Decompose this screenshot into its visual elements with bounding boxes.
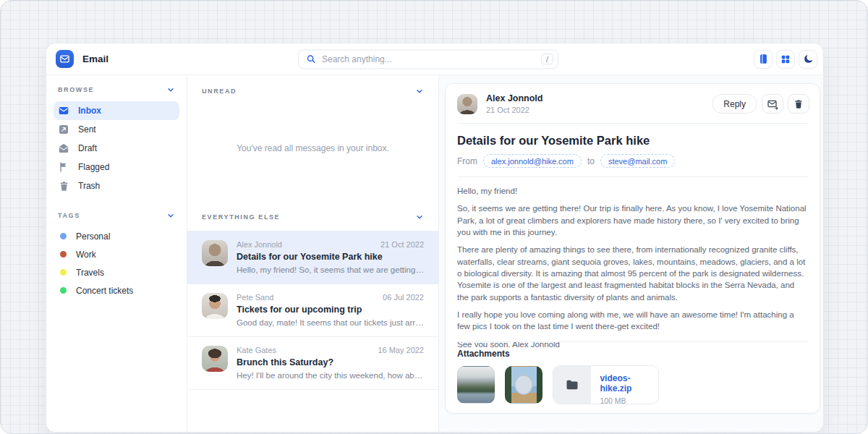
- from-label: From: [457, 156, 477, 166]
- email-date: 16 May 2022: [378, 346, 424, 354]
- tag-color-dot: [60, 233, 67, 239]
- inbox-icon: [58, 105, 69, 116]
- body-paragraph: Hello, my friend!: [457, 185, 808, 197]
- trash-icon: [793, 99, 804, 109]
- file-info: videos-hike.zip 100 MB: [591, 366, 658, 404]
- email-list-item[interactable]: Alex Jonnold 21 Oct 2022 Details for our…: [187, 231, 438, 284]
- mail-forward-icon: [767, 98, 778, 110]
- topbar-actions: [754, 50, 817, 69]
- search-shortcut-key: /: [541, 54, 553, 65]
- apps-grid-button[interactable]: [776, 50, 795, 69]
- trash-icon: [58, 180, 69, 192]
- book-button[interactable]: [754, 50, 773, 69]
- tag-color-dot: [60, 269, 67, 276]
- mail-list-panel: UNREAD You've read all messages in your …: [187, 75, 439, 432]
- detail-sender-block: Alex Jonnold 21 Oct 2022: [486, 93, 542, 114]
- divider: [457, 123, 808, 124]
- app-content: BROWSE Inbox Sent: [46, 75, 823, 432]
- email-sender: Pete Sand: [237, 293, 273, 302]
- browse-section-header: BROWSE: [54, 85, 179, 94]
- sidebar-item-label: Draft: [78, 143, 97, 153]
- tag-label: Work: [76, 250, 96, 260]
- email-preview: Good day, mate! It seems that our ticket…: [237, 318, 424, 327]
- avatar: [202, 293, 228, 319]
- tag-color-dot: [60, 251, 67, 258]
- avatar: [202, 240, 228, 266]
- unread-section-header: UNREAD: [187, 75, 438, 95]
- sidebar-item-sent[interactable]: Sent: [54, 120, 179, 139]
- sidebar-item-trash[interactable]: Trash: [54, 176, 179, 195]
- email-subject: Tickets for our upcoming trip: [237, 305, 424, 315]
- attachments-row: videos-hike.zip 100 MB: [457, 365, 808, 404]
- tag-item-personal[interactable]: Personal: [54, 227, 179, 245]
- tag-label: Concert tickets: [76, 286, 133, 296]
- tag-item-concert-tickets[interactable]: Concert tickets: [54, 281, 179, 299]
- sidebar-item-label: Sent: [78, 124, 96, 135]
- sidebar-item-inbox[interactable]: Inbox: [54, 101, 179, 120]
- email-meta: Kate Gates 16 May 2022 Brunch this Satur…: [237, 346, 424, 380]
- email-list-item[interactable]: Kate Gates 16 May 2022 Brunch this Satur…: [187, 336, 438, 390]
- email-logo-icon: [56, 50, 74, 68]
- detail-subject: Details for our Yosemite Park hike: [457, 134, 808, 148]
- divider: [457, 176, 808, 177]
- photo-halfdome-thumbnail[interactable]: [505, 366, 542, 404]
- email-preview: Hey! I'll be around the city this weeken…: [237, 371, 424, 380]
- sidebar-item-label: Inbox: [78, 106, 101, 116]
- sidebar-item-draft[interactable]: Draft: [54, 139, 179, 158]
- delete-button[interactable]: [788, 94, 809, 114]
- browse-label: BROWSE: [58, 86, 94, 93]
- attachments-label: Attachments: [457, 349, 808, 359]
- app-brand: Email: [46, 50, 109, 68]
- unread-label: UNREAD: [202, 88, 237, 95]
- detail-actions: Reply: [712, 94, 809, 114]
- file-name-link[interactable]: videos-hike.zip: [600, 373, 658, 393]
- search-bar[interactable]: /: [298, 49, 558, 69]
- moon-icon: [803, 54, 814, 64]
- file-size: 100 MB: [600, 396, 658, 404]
- app-title: Email: [82, 54, 109, 64]
- email-list-item[interactable]: Pete Sand 06 Jul 2022 Tickets for our up…: [187, 284, 438, 336]
- sidebar-item-label: Flagged: [78, 162, 109, 172]
- tag-label: Travels: [76, 268, 104, 278]
- to-email-pill[interactable]: steve@mail.com: [600, 154, 675, 168]
- sidebar-item-flagged[interactable]: Flagged: [54, 158, 179, 176]
- chevron-down-icon[interactable]: [415, 87, 424, 95]
- book-icon: [758, 54, 769, 64]
- body-paragraph: I really hope you love coming along with…: [457, 309, 808, 333]
- from-email-pill[interactable]: alex.jonnold@hike.com: [483, 154, 582, 168]
- chevron-down-icon[interactable]: [166, 85, 175, 94]
- avatar: [457, 94, 477, 114]
- photo-valley-thumbnail[interactable]: [457, 366, 495, 404]
- tag-item-work[interactable]: Work: [54, 245, 179, 263]
- email-sender: Kate Gates: [237, 346, 276, 354]
- body-paragraph: So, it seems we are getting there! Our t…: [457, 203, 808, 238]
- search-icon: [306, 54, 316, 64]
- email-sender: Alex Jonnold: [237, 240, 282, 249]
- detail-sender-name: Alex Jonnold: [486, 93, 542, 103]
- forward-button[interactable]: [762, 94, 783, 114]
- tag-label: Personal: [76, 231, 110, 242]
- to-label: to: [587, 156, 595, 166]
- tags-section-header: TAGS: [54, 211, 179, 220]
- email-subject: Brunch this Saturday?: [237, 357, 424, 367]
- search-input[interactable]: [322, 54, 535, 64]
- reply-button[interactable]: Reply: [712, 94, 757, 114]
- avatar: [202, 346, 228, 372]
- detail-date: 21 Oct 2022: [486, 106, 542, 114]
- sidebar: BROWSE Inbox Sent: [46, 75, 187, 432]
- sent-icon: [58, 124, 69, 135]
- detail-header: Alex Jonnold 21 Oct 2022 Reply: [446, 84, 820, 114]
- email-detail-card: Alex Jonnold 21 Oct 2022 Reply: [445, 83, 820, 414]
- dark-mode-button[interactable]: [799, 50, 817, 69]
- everything-else-section-header: EVERYTHING ELSE: [187, 201, 438, 231]
- email-date: 06 Jul 2022: [383, 293, 424, 302]
- apps-grid-icon: [780, 54, 791, 64]
- sidebar-item-label: Trash: [78, 181, 100, 191]
- chevron-down-icon[interactable]: [166, 211, 175, 220]
- email-preview: Hello, my friend! So, it seems that we a…: [237, 265, 424, 274]
- email-date: 21 Oct 2022: [380, 240, 424, 249]
- chevron-down-icon[interactable]: [415, 213, 424, 221]
- zip-attachment-card[interactable]: videos-hike.zip 100 MB: [553, 365, 659, 404]
- tag-item-travels[interactable]: Travels: [54, 263, 179, 281]
- everything-else-label: EVERYTHING ELSE: [202, 213, 280, 221]
